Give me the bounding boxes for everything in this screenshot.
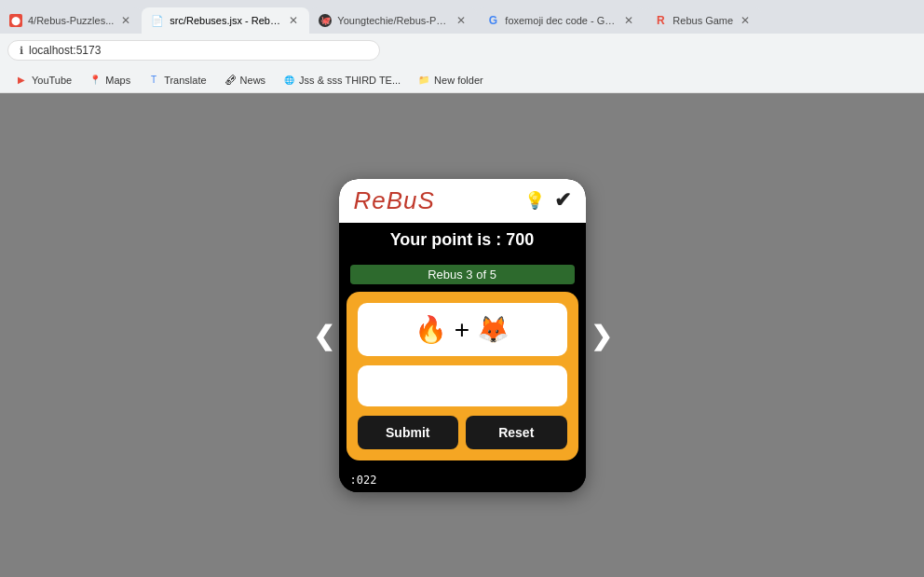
tab1-favicon: ⬤ bbox=[9, 14, 22, 27]
bookmark-jss[interactable]: 🌐 Jss & sss THIRD TE... bbox=[275, 71, 408, 89]
bookmarks-bar: ▶ YouTube 📍 Maps T Translate 🗞 News 🌐 Js… bbox=[0, 67, 924, 93]
header-icons: 💡 ✔ bbox=[524, 188, 571, 213]
nav-left-arrow[interactable]: ❮ bbox=[313, 320, 334, 350]
tab-google[interactable]: G foxemoji dec code - Google ... ✕ bbox=[477, 7, 645, 34]
puzzle-area: 🔥 + 🦊 Submit Reset bbox=[346, 292, 578, 460]
bookmark-maps[interactable]: 📍 Maps bbox=[81, 71, 138, 89]
card-wrapper: ❮ ReBuS 💡 ✔ Your point is : 700 Rebus 3 … bbox=[339, 179, 586, 492]
address-bar-row: ℹ localhost:5173 bbox=[0, 34, 924, 67]
tab3-favicon: 🐙 bbox=[319, 14, 332, 27]
address-text: localhost:5173 bbox=[29, 44, 101, 57]
bookmark-folder[interactable]: 📁 New folder bbox=[410, 71, 491, 89]
tab4-title: foxemoji dec code - Google ... bbox=[505, 15, 617, 26]
tab3-close[interactable]: ✕ bbox=[455, 13, 468, 28]
tab2-favicon: 📄 bbox=[151, 14, 164, 27]
page-content: ❮ ReBuS 💡 ✔ Your point is : 700 Rebus 3 … bbox=[0, 93, 924, 577]
rebus-logo: ReBuS bbox=[354, 186, 435, 215]
tab1-close[interactable]: ✕ bbox=[119, 13, 132, 28]
card-footer: :022 bbox=[339, 468, 586, 492]
check-icon[interactable]: ✔ bbox=[554, 188, 571, 213]
jss-icon: 🌐 bbox=[282, 74, 295, 87]
tab-rebuses-jsx[interactable]: 📄 src/Rebuses.jsx - Rebus-Puzz... ✕ bbox=[142, 7, 309, 34]
translate-icon: T bbox=[147, 74, 160, 87]
jss-label: Jss & sss THIRD TE... bbox=[299, 75, 401, 86]
emoji-display: 🔥 + 🦊 bbox=[358, 303, 567, 356]
youtube-label: YouTube bbox=[32, 75, 72, 86]
emoji-puzzle: 🔥 + 🦊 bbox=[414, 315, 510, 344]
points-text: Your point is : 700 bbox=[390, 230, 535, 249]
submit-button[interactable]: Submit bbox=[358, 416, 459, 449]
points-bar: Your point is : 700 bbox=[339, 223, 586, 257]
browser-chrome: ⬤ 4/Rebus-Puzzles... ✕ 📄 src/Rebuses.jsx… bbox=[0, 0, 924, 93]
tab-github[interactable]: 🐙 Youngtechie/Rebus-Puzzles... ✕ bbox=[309, 7, 477, 34]
tab5-close[interactable]: ✕ bbox=[739, 13, 752, 28]
tab1-title: 4/Rebus-Puzzles... bbox=[28, 15, 114, 26]
tab-rebus-puzzles[interactable]: ⬤ 4/Rebus-Puzzles... ✕ bbox=[0, 7, 142, 34]
tab3-title: Youngtechie/Rebus-Puzzles... bbox=[337, 15, 449, 26]
bulb-icon[interactable]: 💡 bbox=[524, 190, 545, 211]
news-label: News bbox=[240, 75, 266, 86]
nav-right-arrow[interactable]: ❯ bbox=[591, 320, 612, 350]
translate-label: Translate bbox=[164, 75, 206, 86]
answer-input[interactable] bbox=[358, 365, 567, 406]
tab2-close[interactable]: ✕ bbox=[287, 13, 300, 28]
reset-button[interactable]: Reset bbox=[466, 416, 567, 449]
tab5-favicon: R bbox=[654, 14, 667, 27]
news-icon: 🗞 bbox=[224, 74, 237, 87]
folder-label: New folder bbox=[434, 75, 483, 86]
button-row: Submit Reset bbox=[358, 416, 567, 449]
maps-label: Maps bbox=[105, 75, 130, 86]
maps-icon: 📍 bbox=[88, 74, 102, 87]
tab-rebus-game[interactable]: R Rebus Game ✕ bbox=[645, 7, 761, 34]
tab4-close[interactable]: ✕ bbox=[622, 13, 635, 28]
tab5-title: Rebus Game bbox=[673, 15, 733, 26]
game-card: ReBuS 💡 ✔ Your point is : 700 Rebus 3 of… bbox=[339, 179, 586, 492]
lock-icon: ℹ bbox=[20, 45, 23, 57]
card-header: ReBuS 💡 ✔ bbox=[339, 179, 586, 223]
rebus-counter-label: Rebus 3 of 5 bbox=[350, 265, 575, 284]
address-bar[interactable]: ℹ localhost:5173 bbox=[7, 40, 380, 61]
bookmark-youtube[interactable]: ▶ YouTube bbox=[7, 71, 79, 89]
tab4-favicon: G bbox=[486, 14, 499, 27]
bookmark-news[interactable]: 🗞 News bbox=[216, 71, 274, 89]
timer-display: :022 bbox=[350, 474, 377, 487]
tab2-title: src/Rebuses.jsx - Rebus-Puzz... bbox=[170, 15, 281, 26]
tab-bar: ⬤ 4/Rebus-Puzzles... ✕ 📄 src/Rebuses.jsx… bbox=[0, 0, 924, 34]
folder-icon: 📁 bbox=[417, 74, 430, 87]
bookmark-translate[interactable]: T Translate bbox=[140, 71, 213, 89]
youtube-icon: ▶ bbox=[15, 74, 28, 87]
